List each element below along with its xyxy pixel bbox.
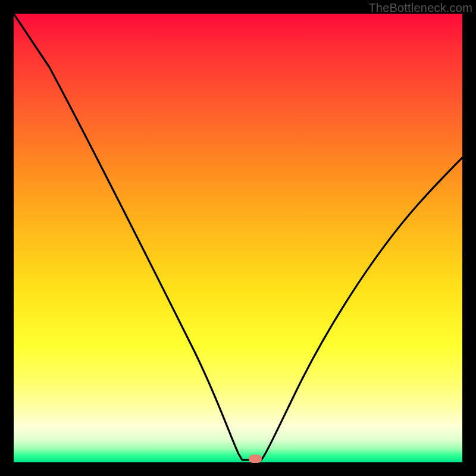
curve-path: [14, 14, 462, 460]
chart-plot-area: [14, 14, 462, 462]
watermark-text: TheBottleneck.com: [368, 1, 472, 15]
sweet-spot-marker: [249, 455, 262, 463]
bottleneck-curve: [14, 14, 462, 462]
